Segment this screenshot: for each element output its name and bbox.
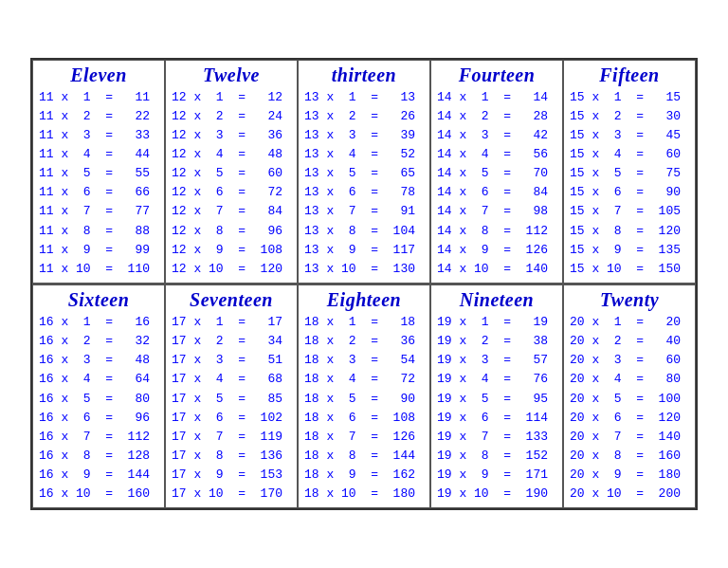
eq-row-thirteen-8: 13 x 8 = 104 (304, 222, 424, 241)
eq-row-twenty-5: 20 x 5 = 100 (570, 390, 689, 409)
eq-row-twelve-9: 12 x 9 = 108 (172, 241, 291, 260)
table-cell-twelve: Twelve12 x 1 = 1212 x 2 = 2412 x 3 = 361… (165, 60, 298, 284)
eq-row-twenty-7: 20 x 7 = 140 (570, 428, 689, 447)
eq-row-eleven-2: 11 x 2 = 22 (39, 107, 158, 126)
eq-row-eleven-8: 11 x 8 = 88 (39, 222, 158, 241)
table-title-twenty: Twenty (570, 289, 689, 311)
eq-row-fifteen-8: 15 x 8 = 120 (570, 222, 689, 241)
eq-row-eleven-5: 11 x 5 = 55 (39, 164, 158, 183)
eq-row-twelve-5: 12 x 5 = 60 (172, 164, 291, 183)
eq-row-seventeen-8: 17 x 8 = 136 (172, 447, 291, 466)
eq-row-twenty-4: 20 x 4 = 80 (570, 370, 689, 389)
eq-row-twenty-8: 20 x 8 = 160 (570, 447, 689, 466)
eq-row-thirteen-10: 13 x 10 = 130 (304, 260, 424, 279)
eq-row-twelve-3: 12 x 3 = 36 (172, 126, 291, 145)
eq-row-twelve-4: 12 x 4 = 48 (172, 145, 291, 164)
eq-row-fifteen-4: 15 x 4 = 60 (570, 145, 689, 164)
table-title-nineteen: Nineteen (437, 289, 556, 311)
eq-row-fourteen-8: 14 x 8 = 112 (437, 222, 556, 241)
table-title-thirteen: thirteen (304, 64, 424, 86)
eq-row-sixteen-5: 16 x 5 = 80 (39, 390, 158, 409)
eq-row-seventeen-10: 17 x 10 = 170 (172, 485, 291, 504)
eq-row-sixteen-1: 16 x 1 = 16 (39, 313, 158, 332)
eq-row-fourteen-10: 14 x 10 = 140 (437, 260, 556, 279)
eq-row-eighteen-5: 18 x 5 = 90 (304, 390, 424, 409)
eq-row-seventeen-1: 17 x 1 = 17 (172, 313, 291, 332)
eq-row-fifteen-10: 15 x 10 = 150 (570, 260, 689, 279)
eq-row-nineteen-9: 19 x 9 = 171 (437, 466, 556, 485)
eq-row-fourteen-1: 14 x 1 = 14 (437, 88, 556, 107)
eq-row-nineteen-3: 19 x 3 = 57 (437, 351, 556, 370)
eq-row-nineteen-2: 19 x 2 = 38 (437, 332, 556, 351)
eq-row-nineteen-8: 19 x 8 = 152 (437, 447, 556, 466)
eq-row-sixteen-8: 16 x 8 = 128 (39, 447, 158, 466)
eq-row-fifteen-5: 15 x 5 = 75 (570, 164, 689, 183)
eq-row-fifteen-3: 15 x 3 = 45 (570, 126, 689, 145)
eq-row-eleven-4: 11 x 4 = 44 (39, 145, 158, 164)
table-cell-sixteen: Sixteen16 x 1 = 1616 x 2 = 3216 x 3 = 48… (32, 284, 165, 508)
eq-row-fifteen-6: 15 x 6 = 90 (570, 183, 689, 202)
eq-row-fifteen-1: 15 x 1 = 15 (570, 88, 689, 107)
multiplication-table-container: Eleven11 x 1 = 1111 x 2 = 2211 x 3 = 331… (30, 58, 698, 511)
eq-row-twenty-9: 20 x 9 = 180 (570, 466, 689, 485)
eq-row-thirteen-5: 13 x 5 = 65 (304, 164, 424, 183)
eq-row-eighteen-9: 18 x 9 = 162 (304, 466, 424, 485)
eq-row-fourteen-7: 14 x 7 = 98 (437, 202, 556, 221)
table-cell-eleven: Eleven11 x 1 = 1111 x 2 = 2211 x 3 = 331… (32, 60, 165, 284)
eq-row-nineteen-1: 19 x 1 = 19 (437, 313, 556, 332)
eq-row-sixteen-7: 16 x 7 = 112 (39, 428, 158, 447)
eq-row-fourteen-5: 14 x 5 = 70 (437, 164, 556, 183)
table-cell-twenty: Twenty20 x 1 = 2020 x 2 = 4020 x 3 = 602… (563, 284, 696, 508)
eq-row-thirteen-6: 13 x 6 = 78 (304, 183, 424, 202)
eq-row-eleven-1: 11 x 1 = 11 (39, 88, 158, 107)
eq-row-seventeen-5: 17 x 5 = 85 (172, 390, 291, 409)
eq-row-seventeen-2: 17 x 2 = 34 (172, 332, 291, 351)
eq-row-nineteen-4: 19 x 4 = 76 (437, 370, 556, 389)
eq-row-twenty-10: 20 x 10 = 200 (570, 485, 689, 504)
eq-row-twenty-1: 20 x 1 = 20 (570, 313, 689, 332)
eq-row-fourteen-4: 14 x 4 = 56 (437, 145, 556, 164)
eq-row-seventeen-3: 17 x 3 = 51 (172, 351, 291, 370)
eq-row-thirteen-1: 13 x 1 = 13 (304, 88, 424, 107)
table-title-sixteen: Sixteen (39, 289, 158, 311)
eq-row-twelve-6: 12 x 6 = 72 (172, 183, 291, 202)
table-title-twelve: Twelve (172, 64, 291, 86)
eq-row-thirteen-3: 13 x 3 = 39 (304, 126, 424, 145)
eq-row-fifteen-7: 15 x 7 = 105 (570, 202, 689, 221)
eq-row-twenty-2: 20 x 2 = 40 (570, 332, 689, 351)
eq-row-nineteen-7: 19 x 7 = 133 (437, 428, 556, 447)
eq-row-seventeen-4: 17 x 4 = 68 (172, 370, 291, 389)
eq-row-twelve-2: 12 x 2 = 24 (172, 107, 291, 126)
eq-row-thirteen-2: 13 x 2 = 26 (304, 107, 424, 126)
eq-row-sixteen-4: 16 x 4 = 64 (39, 370, 158, 389)
eq-row-eighteen-1: 18 x 1 = 18 (304, 313, 424, 332)
eq-row-eighteen-2: 18 x 2 = 36 (304, 332, 424, 351)
table-title-fifteen: Fifteen (570, 64, 689, 86)
eq-row-eighteen-7: 18 x 7 = 126 (304, 428, 424, 447)
eq-row-sixteen-6: 16 x 6 = 96 (39, 409, 158, 428)
table-cell-fourteen: Fourteen14 x 1 = 1414 x 2 = 2814 x 3 = 4… (430, 60, 563, 284)
eq-row-sixteen-9: 16 x 9 = 144 (39, 466, 158, 485)
eq-row-thirteen-7: 13 x 7 = 91 (304, 202, 424, 221)
eq-row-twelve-10: 12 x 10 = 120 (172, 260, 291, 279)
eq-row-eighteen-10: 18 x 10 = 180 (304, 485, 424, 504)
eq-row-seventeen-7: 17 x 7 = 119 (172, 428, 291, 447)
eq-row-fourteen-6: 14 x 6 = 84 (437, 183, 556, 202)
table-title-eighteen: Eighteen (304, 289, 424, 311)
eq-row-eleven-9: 11 x 9 = 99 (39, 241, 158, 260)
table-cell-eighteen: Eighteen18 x 1 = 1818 x 2 = 3618 x 3 = 5… (298, 284, 430, 508)
table-cell-thirteen: thirteen13 x 1 = 1313 x 2 = 2613 x 3 = 3… (298, 60, 430, 284)
table-cell-seventeen: Seventeen17 x 1 = 1717 x 2 = 3417 x 3 = … (165, 284, 298, 508)
table-title-eleven: Eleven (39, 64, 158, 86)
eq-row-nineteen-5: 19 x 5 = 95 (437, 390, 556, 409)
eq-row-fourteen-9: 14 x 9 = 126 (437, 241, 556, 260)
eq-row-seventeen-9: 17 x 9 = 153 (172, 466, 291, 485)
eq-row-nineteen-6: 19 x 6 = 114 (437, 409, 556, 428)
eq-row-fifteen-2: 15 x 2 = 30 (570, 107, 689, 126)
eq-row-thirteen-9: 13 x 9 = 117 (304, 241, 424, 260)
eq-row-twenty-3: 20 x 3 = 60 (570, 351, 689, 370)
eq-row-eighteen-3: 18 x 3 = 54 (304, 351, 424, 370)
eq-row-eighteen-6: 18 x 6 = 108 (304, 409, 424, 428)
eq-row-thirteen-4: 13 x 4 = 52 (304, 145, 424, 164)
table-cell-fifteen: Fifteen15 x 1 = 1515 x 2 = 3015 x 3 = 45… (563, 60, 696, 284)
